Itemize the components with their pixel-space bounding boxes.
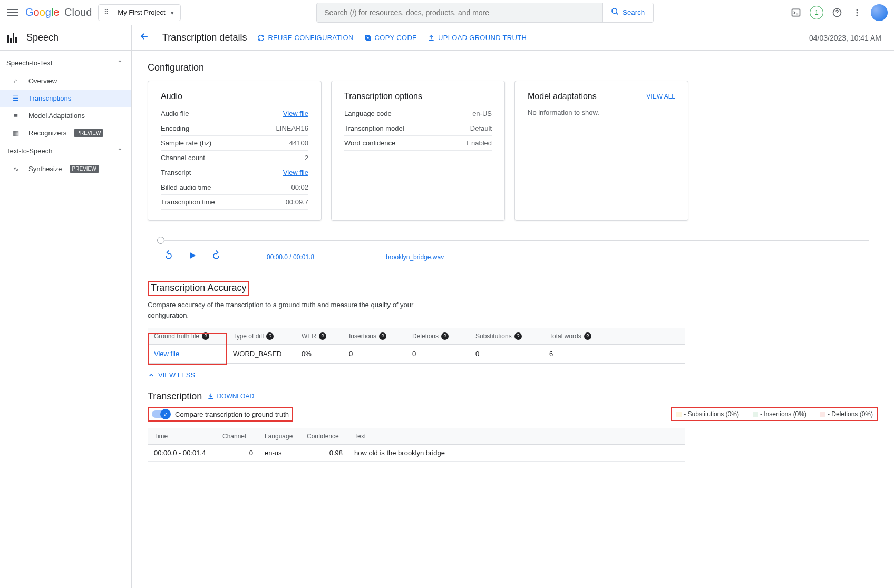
play-button[interactable] bbox=[188, 251, 197, 263]
audio-player: 00:00.0 / 00:01.8 brooklyn_bridge.wav bbox=[148, 240, 878, 263]
accuracy-table: Ground truth file? Type of diff? WER? In… bbox=[148, 328, 685, 364]
legend-insertions: - Insertions (0%) bbox=[753, 410, 806, 418]
chevron-up-icon bbox=[117, 147, 123, 155]
page-header: Speech Transcription details REUSE CONFI… bbox=[0, 25, 894, 51]
speech-icon bbox=[7, 33, 20, 43]
transcription-table: Time Channel Language Confidence Text 00… bbox=[148, 428, 685, 462]
page-title: Transcription details bbox=[162, 32, 247, 43]
help-icon[interactable]: ? bbox=[584, 332, 591, 340]
svg-rect-8 bbox=[365, 35, 369, 39]
accuracy-heading: Transcription Accuracy bbox=[151, 282, 246, 293]
sidebar-item-overview[interactable]: ⌂ Overview bbox=[0, 72, 131, 90]
compare-label: Compare transcription to ground truth bbox=[175, 410, 289, 418]
card-title: Audio bbox=[161, 92, 308, 101]
diff-type: WORD_BASED bbox=[233, 350, 302, 358]
help-icon[interactable]: ? bbox=[441, 332, 449, 340]
cloud-shell-icon[interactable] bbox=[790, 6, 802, 19]
google-cloud-logo[interactable]: Google Cloud bbox=[25, 6, 92, 18]
transcriptions-icon: ☰ bbox=[11, 94, 21, 102]
copy-code-button[interactable]: COPY CODE bbox=[364, 34, 417, 42]
help-icon[interactable]: ? bbox=[266, 332, 274, 340]
top-bar: Google Cloud My First Project Search 1 bbox=[0, 0, 894, 25]
table-row: 00:00.0 - 00:01.4 0 en-us 0.98 how old i… bbox=[148, 445, 685, 462]
accuracy-description: Compare accuracy of the transcription to… bbox=[148, 300, 422, 320]
preview-badge: PREVIEW bbox=[70, 165, 99, 173]
svg-point-0 bbox=[612, 8, 617, 13]
audio-card: Audio Audio fileView file EncodingLINEAR… bbox=[148, 81, 322, 221]
help-icon[interactable]: ? bbox=[514, 332, 522, 340]
legend-substitutions: - Substitutions (0%) bbox=[676, 410, 739, 418]
ground-truth-file-link[interactable]: View file bbox=[154, 350, 179, 358]
legend-deletions: - Deletions (0%) bbox=[820, 410, 873, 418]
sidebar-item-synthesize[interactable]: ∿ Synthesize PREVIEW bbox=[0, 160, 131, 178]
wer-value: 0% bbox=[302, 350, 349, 358]
view-audio-file-link[interactable]: View file bbox=[283, 110, 308, 117]
preview-badge: PREVIEW bbox=[74, 129, 103, 137]
forward-button[interactable] bbox=[211, 250, 221, 263]
audio-filename: brooklyn_bridge.wav bbox=[386, 253, 444, 261]
total-words-value: 6 bbox=[549, 350, 607, 358]
configuration-heading: Configuration bbox=[148, 62, 878, 73]
highlight-box: ✓ Compare transcription to ground truth bbox=[148, 407, 293, 422]
sidebar: Speech-to-Text ⌂ Overview ☰ Transcriptio… bbox=[0, 51, 132, 588]
scrubber-thumb[interactable] bbox=[157, 237, 164, 244]
view-transcript-link[interactable]: View file bbox=[283, 169, 308, 177]
project-picker[interactable]: My First Project bbox=[98, 4, 180, 21]
view-all-link[interactable]: VIEW ALL bbox=[646, 93, 675, 100]
view-less-button[interactable]: VIEW LESS bbox=[148, 371, 195, 379]
project-name: My First Project bbox=[118, 8, 165, 16]
sidebar-item-transcriptions[interactable]: ☰ Transcriptions bbox=[0, 90, 131, 107]
download-button[interactable]: DOWNLOAD bbox=[207, 393, 254, 400]
project-icon bbox=[104, 8, 113, 17]
svg-point-6 bbox=[857, 14, 858, 16]
svg-rect-2 bbox=[792, 9, 800, 16]
search-button[interactable]: Search bbox=[602, 3, 653, 22]
search-icon bbox=[611, 7, 619, 17]
insertions-value: 0 bbox=[349, 350, 412, 358]
substitutions-value: 0 bbox=[475, 350, 549, 358]
tune-icon: ≡ bbox=[11, 112, 21, 120]
compare-toggle[interactable]: ✓ bbox=[152, 410, 170, 418]
transcription-heading: Transcription bbox=[148, 391, 202, 402]
wave-icon: ∿ bbox=[11, 165, 21, 173]
home-icon: ⌂ bbox=[11, 77, 21, 85]
search-bar: Search bbox=[316, 3, 654, 23]
card-title: Transcription options bbox=[344, 92, 492, 101]
nav-group-text-to-speech[interactable]: Text-to-Speech bbox=[0, 142, 131, 160]
product-title: Speech bbox=[26, 32, 59, 43]
scrubber[interactable] bbox=[157, 240, 869, 241]
sidebar-item-model-adaptations[interactable]: ≡ Model Adaptations bbox=[0, 107, 131, 124]
svg-point-5 bbox=[857, 12, 858, 13]
timestamp: 04/03/2023, 10:41 AM bbox=[809, 34, 894, 42]
svg-line-1 bbox=[616, 13, 618, 14]
transcription-options-card: Transcription options Language codeen-US… bbox=[331, 81, 505, 221]
more-icon[interactable] bbox=[851, 6, 863, 19]
chevron-down-icon bbox=[170, 8, 175, 16]
help-icon[interactable] bbox=[831, 6, 843, 19]
highlight-box: - Substitutions (0%) - Insertions (0%) -… bbox=[671, 407, 878, 421]
upload-ground-truth-button[interactable]: UPLOAD GROUND TRUTH bbox=[427, 34, 527, 42]
playback-time: 00:00.0 / 00:01.8 bbox=[267, 253, 314, 261]
deletions-value: 0 bbox=[412, 350, 475, 358]
empty-state: No information to show. bbox=[528, 109, 675, 116]
help-icon[interactable]: ? bbox=[202, 332, 209, 340]
rewind-button[interactable] bbox=[163, 250, 174, 263]
svg-point-4 bbox=[857, 9, 858, 11]
model-adaptations-card: Model adaptations VIEW ALL No informatio… bbox=[514, 81, 688, 221]
search-input[interactable] bbox=[317, 3, 602, 22]
menu-icon[interactable] bbox=[6, 6, 19, 19]
highlight-box: Transcription Accuracy bbox=[148, 281, 249, 296]
card-title: Model adaptations bbox=[528, 92, 597, 101]
nav-group-speech-to-text[interactable]: Speech-to-Text bbox=[0, 54, 131, 72]
grid-icon: ▦ bbox=[11, 129, 21, 137]
main-content: Configuration Audio Audio fileView file … bbox=[132, 51, 894, 588]
reuse-config-button[interactable]: REUSE CONFIGURATION bbox=[257, 34, 353, 42]
svg-rect-7 bbox=[366, 36, 370, 40]
back-button[interactable] bbox=[139, 31, 152, 44]
help-icon[interactable]: ? bbox=[379, 332, 386, 340]
help-icon[interactable]: ? bbox=[319, 332, 326, 340]
sidebar-item-recognizers[interactable]: ▦ Recognizers PREVIEW bbox=[0, 124, 131, 142]
notifications-badge[interactable]: 1 bbox=[810, 6, 823, 19]
avatar[interactable] bbox=[871, 4, 888, 21]
chevron-up-icon bbox=[117, 59, 123, 67]
